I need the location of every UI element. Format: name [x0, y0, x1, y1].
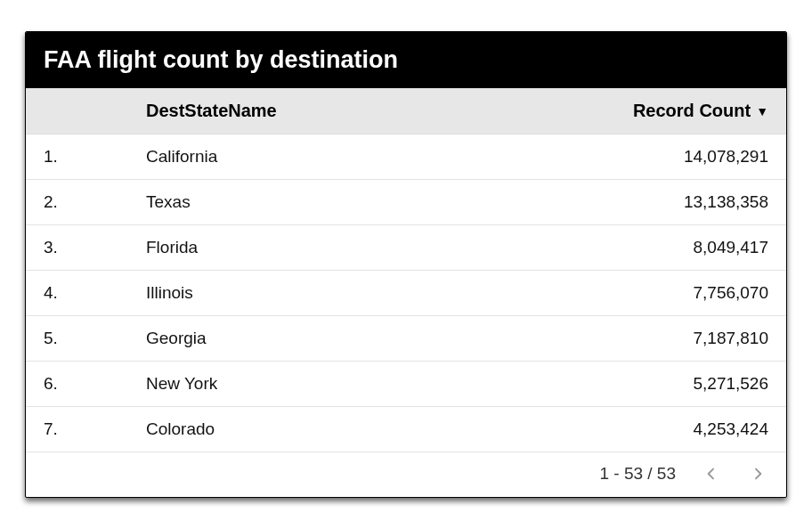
row-count: 7,756,070: [572, 283, 768, 303]
row-count: 13,138,358: [572, 192, 768, 212]
row-name: Illinois: [146, 283, 572, 303]
row-count: 14,078,291: [572, 147, 768, 167]
row-name: New York: [146, 374, 572, 394]
row-count: 4,253,424: [572, 419, 768, 439]
table-header-row: DestStateName Record Count ▼: [26, 88, 786, 134]
row-name: Georgia: [146, 329, 572, 348]
column-header-name[interactable]: DestStateName: [146, 101, 572, 121]
row-name: Texas: [146, 192, 572, 212]
column-rank: [44, 101, 146, 121]
column-header-count-label: Record Count: [633, 101, 751, 121]
row-name: California: [146, 147, 572, 167]
report-card: FAA flight count by destination DestStat…: [25, 31, 787, 498]
chevron-left-icon: [704, 467, 719, 481]
table-row: 1. California 14,078,291: [26, 134, 786, 180]
pager-prev-button[interactable]: [701, 463, 722, 484]
row-rank: 4.: [44, 283, 146, 303]
table-row: 6. New York 5,271,526: [26, 362, 786, 407]
row-rank: 3.: [44, 238, 146, 257]
chevron-right-icon: [751, 467, 765, 481]
table-row: 7. Colorado 4,253,424: [26, 407, 786, 452]
row-name: Colorado: [146, 419, 572, 439]
row-rank: 6.: [44, 374, 146, 394]
row-count: 5,271,526: [572, 374, 768, 394]
row-count: 8,049,417: [572, 238, 768, 257]
row-count: 7,187,810: [572, 329, 768, 348]
row-rank: 7.: [44, 419, 146, 439]
table-row: 5. Georgia 7,187,810: [26, 316, 786, 362]
page-title: FAA flight count by destination: [26, 32, 786, 88]
row-rank: 1.: [44, 147, 146, 167]
pager-range: 1 - 53 / 53: [599, 464, 676, 484]
table-row: 3. Florida 8,049,417: [26, 225, 786, 271]
row-rank: 5.: [44, 329, 146, 348]
pager-next-button[interactable]: [747, 463, 768, 484]
column-header-count[interactable]: Record Count ▼: [572, 101, 768, 121]
row-name: Florida: [146, 238, 572, 257]
table-body: 1. California 14,078,291 2. Texas 13,138…: [26, 134, 786, 452]
table-row: 2. Texas 13,138,358: [26, 180, 786, 225]
table-row: 4. Illinois 7,756,070: [26, 271, 786, 316]
row-rank: 2.: [44, 192, 146, 212]
pager: 1 - 53 / 53: [26, 452, 786, 497]
sort-desc-icon: ▼: [756, 105, 768, 118]
